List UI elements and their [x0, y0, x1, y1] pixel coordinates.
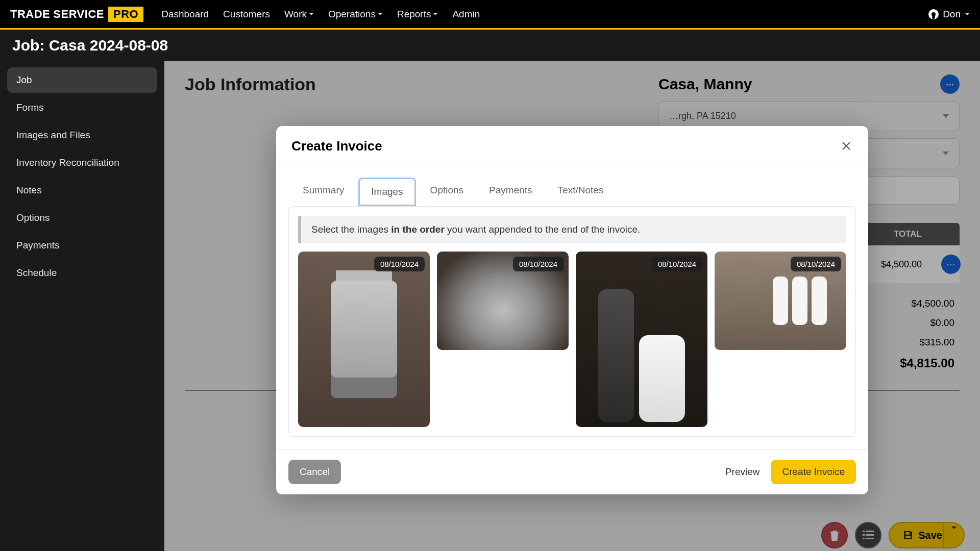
sidebar-item-options[interactable]: Options — [7, 205, 157, 231]
sidebar-item-schedule[interactable]: Schedule — [7, 260, 157, 286]
sidebar-item-payments[interactable]: Payments — [7, 233, 157, 258]
tab-images[interactable]: Images — [358, 178, 415, 206]
tab-label: Images — [371, 186, 403, 197]
nav-operations-label: Operations — [328, 9, 376, 20]
nav-reports-label: Reports — [397, 9, 431, 20]
create-invoice-modal: Create Invoice Summary Images Options Pa… — [276, 126, 868, 494]
brand-logo[interactable]: TRADE SERVICE PRO — [10, 7, 143, 22]
nav-customers-label: Customers — [223, 9, 270, 20]
sidebar-item-label: Job — [16, 74, 32, 85]
user-name: Don — [943, 9, 961, 20]
image-thumbnail-3[interactable]: 08/10/2024 — [576, 252, 707, 427]
content-area: Job Information Casa, Manny ⋯ …rgh, PA 1… — [164, 61, 980, 551]
nav-items: Dashboard Customers Work Operations Repo… — [161, 9, 480, 20]
preview-label: Preview — [725, 466, 760, 477]
sidebar-item-label: Schedule — [16, 267, 57, 278]
nav-customers[interactable]: Customers — [223, 9, 270, 20]
nav-dashboard[interactable]: Dashboard — [161, 9, 209, 20]
images-panel: Select the images in the order you want … — [288, 206, 856, 437]
brand-trade: TRADE — [10, 8, 50, 21]
sidebar-item-label: Notes — [16, 185, 42, 195]
brand-service: SERVICE — [53, 8, 104, 21]
cancel-label: Cancel — [300, 466, 330, 477]
image-date-badge: 08/10/2024 — [652, 257, 702, 271]
close-button[interactable] — [840, 137, 853, 156]
sidebar-item-label: Forms — [16, 102, 44, 113]
sidebar: Job Forms Images and Files Inventory Rec… — [0, 61, 164, 551]
nav-work[interactable]: Work — [284, 9, 314, 20]
sidebar-item-job[interactable]: Job — [7, 67, 157, 93]
tab-payments[interactable]: Payments — [478, 178, 543, 206]
close-icon — [842, 141, 851, 151]
modal-footer: Cancel Preview Create Invoice — [276, 449, 868, 494]
sidebar-item-images-files[interactable]: Images and Files — [7, 122, 157, 148]
caret-down-icon — [965, 13, 970, 15]
callout-a: Select the images — [311, 224, 391, 235]
sidebar-item-inventory[interactable]: Inventory Reconciliation — [7, 150, 157, 176]
brand-pro: PRO — [108, 7, 143, 22]
image-grid: 08/10/2024 08/10/2024 08/10/2024 08/10/2… — [298, 252, 846, 427]
callout-c: you want appended to the end of the invo… — [445, 224, 640, 235]
nav-dashboard-label: Dashboard — [161, 9, 209, 20]
user-menu[interactable]: Don — [928, 9, 970, 20]
tab-label: Summary — [303, 185, 344, 195]
modal-tabs: Summary Images Options Payments Text/Not… — [276, 167, 868, 206]
tab-label: Options — [430, 185, 463, 195]
preview-button[interactable]: Preview — [714, 460, 771, 484]
tab-text-notes[interactable]: Text/Notes — [547, 178, 615, 206]
caret-down-icon — [433, 13, 438, 15]
user-icon — [928, 9, 939, 19]
image-thumbnail-1[interactable]: 08/10/2024 — [298, 252, 430, 427]
nav-reports[interactable]: Reports — [397, 9, 438, 20]
image-thumbnail-4[interactable]: 08/10/2024 — [715, 252, 846, 350]
tab-label: Text/Notes — [558, 185, 604, 195]
image-thumbnail-2[interactable]: 08/10/2024 — [437, 252, 569, 350]
image-date-badge: 08/10/2024 — [513, 257, 564, 271]
caret-down-icon — [378, 13, 383, 15]
create-invoice-button[interactable]: Create Invoice — [771, 460, 856, 484]
nav-work-label: Work — [284, 9, 307, 20]
tab-options[interactable]: Options — [419, 178, 475, 206]
sidebar-item-label: Payments — [16, 240, 59, 251]
sidebar-item-notes[interactable]: Notes — [7, 178, 157, 203]
sidebar-item-label: Images and Files — [16, 130, 90, 140]
caret-down-icon — [309, 13, 314, 15]
main-layout: Job Forms Images and Files Inventory Rec… — [0, 61, 980, 551]
create-label: Create Invoice — [782, 466, 845, 477]
callout-b: in the order — [391, 224, 445, 235]
nav-admin[interactable]: Admin — [452, 9, 480, 20]
image-date-badge: 08/10/2024 — [791, 257, 841, 271]
instruction-callout: Select the images in the order you want … — [298, 216, 846, 243]
nav-operations[interactable]: Operations — [328, 9, 383, 20]
modal-title: Create Invoice — [291, 138, 382, 154]
tab-summary[interactable]: Summary — [291, 178, 355, 206]
nav-admin-label: Admin — [452, 9, 480, 20]
image-date-badge: 08/10/2024 — [374, 257, 425, 271]
top-navbar: TRADE SERVICE PRO Dashboard Customers Wo… — [0, 0, 980, 30]
sidebar-item-forms[interactable]: Forms — [7, 95, 157, 120]
tab-label: Payments — [489, 185, 532, 195]
cancel-button[interactable]: Cancel — [288, 460, 341, 484]
page-title: Job: Casa 2024-08-08 — [0, 30, 980, 61]
sidebar-item-label: Options — [16, 212, 50, 223]
sidebar-item-label: Inventory Reconciliation — [16, 157, 119, 168]
